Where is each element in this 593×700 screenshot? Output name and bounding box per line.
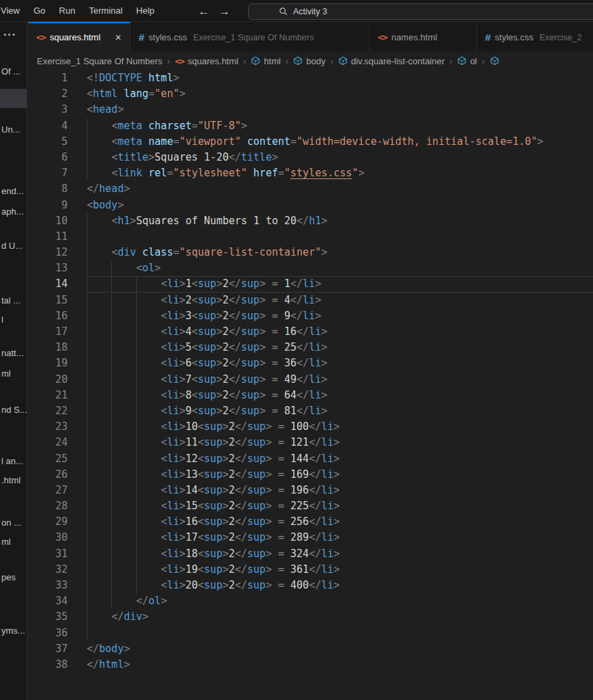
breadcrumb-item-cut[interactable] — [490, 56, 499, 66]
line-number[interactable]: 36 — [28, 625, 68, 641]
line-number[interactable]: 12 — [28, 245, 68, 260]
line-number[interactable]: 23 — [28, 419, 68, 435]
code-line-20[interactable]: 20 <li>7<sup>2</sup> = 49</li> — [28, 372, 593, 388]
menu-item-run[interactable]: Run — [52, 0, 82, 22]
code-text[interactable]: <li>14<sup>2</sup> = 196</li> — [87, 483, 340, 498]
code-line-38[interactable]: 38</html> — [28, 657, 593, 673]
line-number[interactable]: 17 — [28, 324, 68, 340]
line-number[interactable]: 15 — [28, 293, 68, 308]
explorer-item[interactable]: pes — [1, 572, 16, 583]
code-text[interactable]: </head> — [87, 181, 130, 197]
code-line-10[interactable]: 10 <h1>Squares of Numbers 1 to 20</h1> — [28, 213, 593, 229]
line-number[interactable]: 18 — [28, 340, 68, 355]
tab-close-icon[interactable]: ✕ — [109, 33, 122, 42]
line-number[interactable]: 6 — [28, 150, 68, 165]
code-text[interactable]: <h1>Squares of Numbers 1 to 20</h1> — [87, 213, 327, 229]
code-line-18[interactable]: 18 <li>5<sup>2</sup> = 25</li> — [28, 340, 593, 355]
tab-squares-html[interactable]: <>squares.html✕ — [28, 22, 130, 51]
code-text[interactable]: <li>7<sup>2</sup> = 49</li> — [87, 372, 327, 388]
code-line-14[interactable]: 14 <li>1<sup>2</sup> = 1</li> — [28, 276, 593, 292]
explorer-item[interactable]: nd S... — [1, 405, 27, 416]
breadcrumb-item-Exercise_1 Square Of Numbers[interactable]: Exercise_1 Square Of Numbers — [37, 56, 163, 66]
explorer-item[interactable]: natt... — [1, 348, 24, 359]
code-line-17[interactable]: 17 <li>4<sup>2</sup> = 16</li> — [28, 324, 593, 340]
code-line-24[interactable]: 24 <li>11<sup>2</sup> = 121</li> — [28, 435, 593, 450]
code-line-3[interactable]: 3<head> — [28, 102, 593, 118]
code-text[interactable]: <li>20<sup>2</sup> = 400</li> — [87, 578, 340, 593]
code-line-19[interactable]: 19 <li>6<sup>2</sup> = 36</li> — [28, 355, 593, 371]
code-text[interactable]: </ol> — [87, 593, 167, 609]
explorer-item[interactable]: aph... — [1, 206, 24, 217]
code-line-26[interactable]: 26 <li>13<sup>2</sup> = 169</li> — [28, 467, 593, 483]
line-number[interactable]: 29 — [28, 514, 68, 530]
code-line-35[interactable]: 35 </div> — [28, 609, 593, 625]
code-text[interactable]: <li>12<sup>2</sup> = 144</li> — [87, 451, 340, 467]
code-text[interactable]: <li>15<sup>2</sup> = 225</li> — [87, 498, 340, 514]
code-line-12[interactable]: 12 <div class="square-list-container"> — [28, 245, 593, 260]
line-number[interactable]: 19 — [28, 355, 68, 371]
line-number[interactable]: 13 — [28, 260, 68, 276]
code-text[interactable]: </body> — [87, 641, 130, 657]
code-line-31[interactable]: 31 <li>18<sup>2</sup> = 324</li> — [28, 546, 593, 562]
code-text[interactable]: <div class="square-list-container"> — [87, 245, 327, 260]
code-text[interactable]: </div> — [87, 609, 148, 625]
menu-item-view[interactable]: View — [0, 0, 27, 22]
code-text[interactable]: <!DOCTYPE html> — [87, 70, 179, 86]
line-number[interactable]: 31 — [28, 546, 68, 562]
explorer-item[interactable]: l an... — [1, 456, 23, 467]
code-text[interactable]: <li>18<sup>2</sup> = 324</li> — [87, 546, 340, 562]
line-number[interactable]: 27 — [28, 483, 68, 498]
line-number[interactable]: 11 — [28, 229, 68, 245]
breadcrumb-item-ol[interactable]: ol — [457, 56, 477, 66]
code-text[interactable]: <li>10<sup>2</sup> = 100</li> — [87, 419, 340, 435]
code-line-25[interactable]: 25 <li>12<sup>2</sup> = 144</li> — [28, 451, 593, 467]
line-number[interactable]: 21 — [28, 388, 68, 403]
code-line-37[interactable]: 37</body> — [28, 641, 593, 657]
breadcrumb-item-squares.html[interactable]: <>squares.html — [175, 56, 238, 66]
line-number[interactable]: 25 — [28, 451, 68, 467]
line-number[interactable]: 7 — [28, 165, 68, 181]
code-line-33[interactable]: 33 <li>20<sup>2</sup> = 400</li> — [28, 578, 593, 593]
code-text[interactable]: <li>11<sup>2</sup> = 121</li> — [87, 435, 340, 450]
code-text[interactable]: <title>Squares 1-20</title> — [87, 150, 278, 165]
line-number[interactable]: 4 — [28, 118, 68, 134]
line-number[interactable]: 35 — [28, 609, 68, 625]
code-text[interactable]: <li>4<sup>2</sup> = 16</li> — [87, 324, 327, 340]
line-number[interactable]: 5 — [28, 134, 68, 150]
code-line-32[interactable]: 32 <li>19<sup>2</sup> = 361</li> — [28, 562, 593, 578]
explorer-item[interactable]: tal ... — [1, 295, 20, 306]
code-text[interactable]: <li>2<sup>2</sup> = 4</li> — [87, 293, 321, 308]
code-text[interactable]: <meta name="viewport" content="width=dev… — [87, 134, 543, 150]
more-actions-icon[interactable]: ··· — [3, 29, 16, 41]
explorer-item[interactable]: .html — [1, 475, 20, 486]
code-line-36[interactable]: 36 — [28, 625, 593, 641]
code-line-4[interactable]: 4 <meta charset="UTF-8"> — [28, 118, 593, 134]
code-line-27[interactable]: 27 <li>14<sup>2</sup> = 196</li> — [28, 483, 593, 498]
code-line-29[interactable]: 29 <li>16<sup>2</sup> = 256</li> — [28, 514, 593, 530]
code-line-7[interactable]: 7 <link rel="stylesheet" href="styles.cs… — [28, 165, 593, 181]
code-text[interactable]: <ol> — [87, 260, 161, 276]
code-text[interactable]: <head> — [87, 102, 124, 118]
code-text[interactable]: <html lang="en"> — [87, 86, 186, 102]
code-text[interactable]: <li>19<sup>2</sup> = 361</li> — [87, 562, 340, 578]
code-line-2[interactable]: 2<html lang="en"> — [28, 86, 593, 102]
menu-item-help[interactable]: Help — [129, 0, 161, 22]
code-line-9[interactable]: 9<body> — [28, 198, 593, 213]
line-number[interactable]: 26 — [28, 467, 68, 483]
code-line-21[interactable]: 21 <li>8<sup>2</sup> = 64</li> — [28, 388, 593, 403]
explorer-item[interactable]: Un... — [1, 124, 20, 135]
line-number[interactable]: 33 — [28, 578, 68, 593]
forward-button[interactable]: → — [219, 5, 230, 17]
line-number[interactable]: 20 — [28, 372, 68, 388]
code-line-1[interactable]: 1<!DOCTYPE html> — [28, 70, 593, 86]
code-line-16[interactable]: 16 <li>3<sup>2</sup> = 9</li> — [28, 308, 593, 324]
line-number[interactable]: 24 — [28, 435, 68, 450]
line-number[interactable]: 2 — [28, 86, 68, 102]
line-number[interactable]: 8 — [28, 181, 68, 197]
explorer-item[interactable]: ml — [1, 537, 11, 548]
explorer-item[interactable]: Of ... — [1, 66, 20, 77]
code-text[interactable]: <li>17<sup>2</sup> = 289</li> — [87, 530, 340, 546]
line-number[interactable]: 22 — [28, 403, 68, 419]
line-number[interactable]: 3 — [28, 102, 68, 118]
line-number[interactable]: 30 — [28, 530, 68, 546]
